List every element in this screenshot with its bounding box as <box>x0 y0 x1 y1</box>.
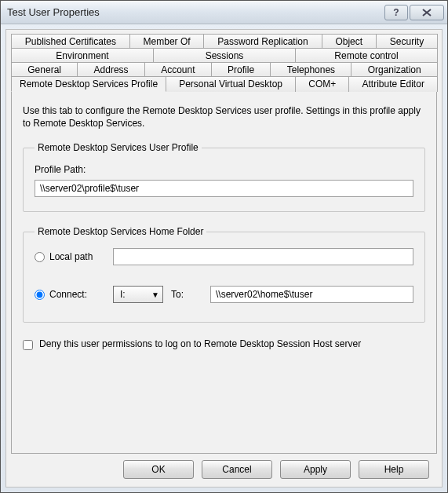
tab-telephones[interactable]: Telephones <box>270 62 351 77</box>
client-area: Published Certificates Member Of Passwor… <box>5 29 443 488</box>
tab-security[interactable]: Security <box>376 34 438 49</box>
deny-checkbox[interactable] <box>23 340 33 350</box>
tab-strip: Published Certificates Member Of Passwor… <box>11 35 437 92</box>
tab-account[interactable]: Account <box>144 62 212 77</box>
home-folder-group: Remote Desktop Services Home Folder Loca… <box>23 226 425 323</box>
profile-group-legend: Remote Desktop Services User Profile <box>35 142 202 153</box>
deny-label: Deny this user permissions to log on to … <box>39 338 361 349</box>
apply-button[interactable]: Apply <box>280 460 351 479</box>
connect-radio-label[interactable]: Connect: <box>35 289 105 300</box>
tab-general[interactable]: General <box>11 62 78 77</box>
deny-row: Deny this user permissions to log on to … <box>23 338 425 350</box>
profile-path-input[interactable] <box>35 180 413 197</box>
local-path-radio[interactable] <box>35 252 45 262</box>
local-path-input[interactable] <box>113 248 413 265</box>
dialog-window: Test User Properties ? Published Certifi… <box>0 0 448 493</box>
titlebar-buttons: ? <box>384 5 444 20</box>
tab-panel: Use this tab to configure the Remote Des… <box>11 91 437 454</box>
tab-attribute-editor[interactable]: Attribute Editor <box>348 76 438 92</box>
tab-remote-control[interactable]: Remote control <box>295 48 438 63</box>
tab-profile[interactable]: Profile <box>211 62 271 77</box>
drive-letter-value: I: <box>120 289 126 300</box>
connect-radio[interactable] <box>35 290 45 300</box>
tab-address[interactable]: Address <box>77 62 145 77</box>
profile-group: Remote Desktop Services User Profile Pro… <box>23 142 425 212</box>
tab-personal-virtual-desktop[interactable]: Personal Virtual Desktop <box>166 76 296 92</box>
close-icon[interactable] <box>410 5 444 20</box>
profile-path-label: Profile Path: <box>35 164 413 175</box>
titlebar[interactable]: Test User Properties ? <box>1 1 447 24</box>
local-path-text: Local path <box>49 251 93 262</box>
drive-letter-select[interactable]: I: ▼ <box>113 286 163 303</box>
window-title: Test User Properties <box>7 6 384 18</box>
dialog-buttons: OK Cancel Apply Help <box>11 454 437 480</box>
home-folder-legend: Remote Desktop Services Home Folder <box>35 226 206 237</box>
chevron-down-icon: ▼ <box>151 290 159 299</box>
tab-environment[interactable]: Environment <box>11 48 154 63</box>
tab-published-certificates[interactable]: Published Certificates <box>11 34 130 49</box>
connect-text: Connect: <box>49 289 87 300</box>
connect-row: Connect: I: ▼ To: <box>35 286 413 303</box>
local-path-row: Local path <box>35 248 413 265</box>
connect-to-input[interactable] <box>210 286 413 303</box>
help-button[interactable]: Help <box>359 460 429 479</box>
tab-rds-profile[interactable]: Remote Desktop Services Profile <box>11 76 166 92</box>
tab-sessions[interactable]: Sessions <box>153 48 296 63</box>
ok-button[interactable]: OK <box>123 460 194 479</box>
tab-object[interactable]: Object <box>322 34 377 49</box>
help-icon[interactable]: ? <box>384 5 408 20</box>
cancel-button[interactable]: Cancel <box>202 460 272 479</box>
local-path-radio-label[interactable]: Local path <box>35 251 105 262</box>
to-label: To: <box>171 289 202 300</box>
tab-password-replication[interactable]: Password Replication <box>203 34 322 49</box>
tab-description: Use this tab to configure the Remote Des… <box>23 104 425 130</box>
tab-organization[interactable]: Organization <box>351 62 438 77</box>
tab-com-plus[interactable]: COM+ <box>295 76 349 92</box>
tab-member-of[interactable]: Member Of <box>129 34 205 49</box>
